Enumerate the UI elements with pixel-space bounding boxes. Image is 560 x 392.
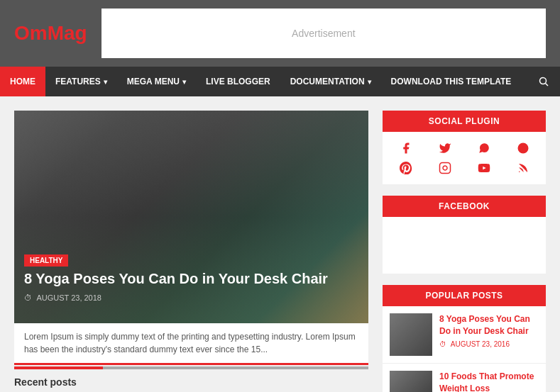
hero-bg <box>14 111 368 323</box>
progress-indicators <box>14 366 368 369</box>
navigation: HOME FEATURES ▾ MEGA MENU ▾ LIVE BLOGGER… <box>0 67 560 96</box>
nav-item-documentation[interactable]: DOCUMENTATION ▾ <box>280 67 381 96</box>
main-content: HEALTHY 8 Yoga Poses You Can Do in Your … <box>14 111 368 392</box>
ad-text: Advertisement <box>292 28 355 39</box>
clock-icon: ⏱ <box>24 293 32 302</box>
social-plugin-widget: SOCIAL PLUGIN R <box>383 111 546 184</box>
social-icons-grid: R <box>383 132 546 184</box>
popular-post-1-date: ⏱ AUGUST 23, 2016 <box>439 340 539 348</box>
svg-line-1 <box>546 84 549 86</box>
pp1-date-text: AUGUST 23, 2016 <box>451 340 510 348</box>
popular-post-1-info: 8 Yoga Poses You Can Do in Your Desk Cha… <box>439 313 539 356</box>
facebook-widget: FACEBOOK <box>383 196 546 274</box>
svg-rect-4 <box>439 163 450 174</box>
youtube-icon[interactable] <box>468 162 500 174</box>
progress-bar-3 <box>192 366 280 369</box>
logo-red: Mag <box>48 22 87 44</box>
category-badge[interactable]: HEALTHY <box>24 254 68 267</box>
logo-black: Om <box>14 22 48 44</box>
search-icon <box>539 77 549 86</box>
twitter-icon[interactable] <box>429 142 461 155</box>
clock-icon-1: ⏱ <box>439 340 449 348</box>
nav-label-documentation: DOCUMENTATION <box>290 77 365 86</box>
nav-item-home[interactable]: HOME <box>0 67 45 96</box>
hero-image: HEALTHY 8 Yoga Poses You Can Do in Your … <box>14 111 368 323</box>
hero-date-text: AUGUST 23, 2018 <box>36 293 101 302</box>
pinterest-icon[interactable] <box>390 162 422 174</box>
hero-title-text: 8 Yoga Poses You Can Do in Your Desk Cha… <box>24 271 328 286</box>
hero-excerpt-text: Lorem Ipsum is simply dummy text of the … <box>24 332 356 354</box>
nav-label-features: FEATURES <box>55 77 101 86</box>
facebook-content <box>383 217 546 274</box>
hero-title: 8 Yoga Poses You Can Do in Your Desk Cha… <box>24 269 358 288</box>
popular-post-1-thumb <box>390 313 432 356</box>
nav-item-megamenu[interactable]: MEGA MENU ▾ <box>117 67 196 96</box>
nav-item-liveblogger[interactable]: LIVE BLOGGER <box>196 67 280 96</box>
ad-banner: Advertisement <box>101 9 546 58</box>
progress-bar-4 <box>280 366 368 369</box>
rss-icon[interactable] <box>507 162 539 174</box>
facebook-title-text: FACEBOOK <box>439 201 490 211</box>
category-label: HEALTHY <box>30 257 62 264</box>
svg-text:R: R <box>519 145 524 152</box>
hero-excerpt: Lorem Ipsum is simply dummy text of the … <box>14 323 368 365</box>
content-area: HEALTHY 8 Yoga Poses You Can Do in Your … <box>0 96 560 392</box>
popular-post-1[interactable]: 8 Yoga Poses You Can Do in Your Desk Cha… <box>383 306 546 364</box>
chevron-down-icon: ▾ <box>368 78 371 86</box>
nav-label-download: DOWNLOAD THIS TEMPLATE <box>391 77 512 86</box>
recent-posts-title: Recent posts <box>14 376 77 388</box>
progress-bar-1 <box>14 366 103 369</box>
logo[interactable]: OmMag <box>14 22 87 45</box>
instagram-icon[interactable] <box>429 162 461 174</box>
reddit-icon[interactable]: R <box>507 142 539 155</box>
whatsapp-icon[interactable] <box>468 142 500 155</box>
sidebar: SOCIAL PLUGIN R <box>383 111 546 392</box>
recent-posts-label: Recent posts <box>14 376 368 388</box>
chevron-down-icon: ▾ <box>104 78 107 86</box>
popular-post-2[interactable]: 10 Foods That Promote Weight Loss ⏱ MARC… <box>383 364 546 392</box>
popular-post-2-info: 10 Foods That Promote Weight Loss ⏱ MARC… <box>439 371 539 392</box>
social-plugin-title: SOCIAL PLUGIN <box>383 111 546 132</box>
chevron-down-icon: ▾ <box>182 78 186 86</box>
popular-posts-title: POPULAR POSTS <box>383 285 546 306</box>
hero-date: ⏱ AUGUST 23, 2018 <box>24 293 104 302</box>
nav-item-download[interactable]: DOWNLOAD THIS TEMPLATE <box>381 67 522 96</box>
hero-article: HEALTHY 8 Yoga Poses You Can Do in Your … <box>14 111 368 369</box>
popular-post-2-title: 10 Foods That Promote Weight Loss <box>439 371 539 392</box>
facebook-widget-title: FACEBOOK <box>383 196 546 217</box>
popular-posts-title-text: POPULAR POSTS <box>425 291 503 301</box>
facebook-icon[interactable] <box>390 142 422 155</box>
popular-post-2-thumb <box>390 371 432 392</box>
progress-bar-2 <box>103 366 192 369</box>
svg-point-0 <box>540 78 547 84</box>
header: OmMag Advertisement <box>0 0 560 67</box>
nav-label-megamenu: MEGA MENU <box>127 77 180 86</box>
svg-point-7 <box>519 172 520 173</box>
nav-item-features[interactable]: FEATURES ▾ <box>45 67 117 96</box>
popular-post-1-title: 8 Yoga Poses You Can Do in Your Desk Cha… <box>439 313 539 337</box>
social-plugin-title-text: SOCIAL PLUGIN <box>429 116 500 126</box>
nav-label-home: HOME <box>10 77 35 86</box>
popular-posts-widget: POPULAR POSTS 8 Yoga Poses You Can Do in… <box>383 285 546 392</box>
search-button[interactable] <box>527 67 560 96</box>
nav-label-liveblogger: LIVE BLOGGER <box>206 77 270 86</box>
